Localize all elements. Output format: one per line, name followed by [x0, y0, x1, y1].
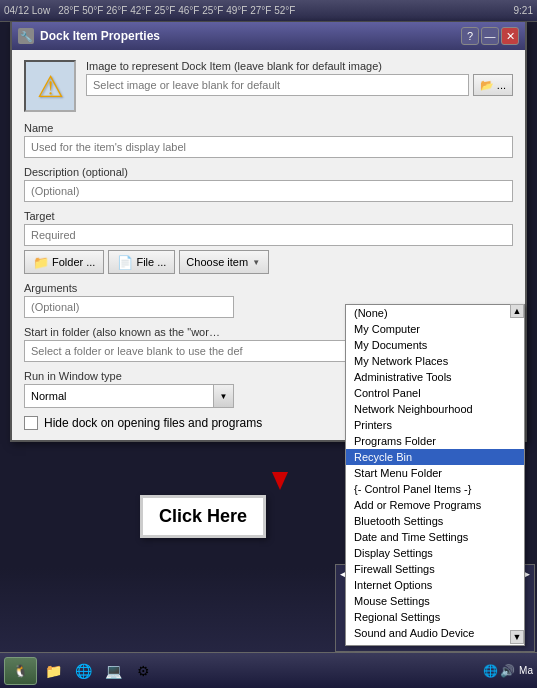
- choose-item-button[interactable]: Choose item ▼: [179, 250, 269, 274]
- dropdown-item[interactable]: Start Menu Folder: [346, 465, 524, 481]
- taskbar-icon-terminal[interactable]: 💻: [99, 657, 127, 685]
- dropdown-item[interactable]: My Computer: [346, 321, 524, 337]
- dropdown-item[interactable]: Control Panel: [346, 385, 524, 401]
- folder-icon: 📁: [33, 255, 49, 270]
- title-icon: 🔧: [18, 28, 34, 44]
- dropdown-item[interactable]: Firewall Settings: [346, 561, 524, 577]
- taskbar-icon-row: 🌐 🔊: [483, 664, 515, 678]
- image-right: Image to represent Dock Item (leave blan…: [86, 60, 513, 96]
- start-button[interactable]: 🐧: [4, 657, 37, 685]
- bottom-time-display: Ma: [519, 665, 533, 676]
- bottom-taskbar: 🐧 📁 🌐 💻 ⚙ 🌐 🔊 Ma: [0, 652, 537, 688]
- dropdown-item[interactable]: Add or Remove Programs: [346, 497, 524, 513]
- dropdown-item[interactable]: Administrative Tools: [346, 369, 524, 385]
- dropdown-item[interactable]: Internet Options: [346, 577, 524, 593]
- scroll-down-button[interactable]: ▼: [510, 630, 524, 644]
- title-bar: 🔧 Dock Item Properties ? — ✕: [12, 22, 525, 50]
- dropdown-item[interactable]: {- Control Panel Items -}: [346, 481, 524, 497]
- scroll-up-button[interactable]: ▲: [510, 304, 524, 318]
- browse-label: ...: [497, 79, 506, 91]
- hide-checkbox[interactable]: [24, 416, 38, 430]
- choose-dropdown-arrow: ▼: [252, 258, 260, 267]
- arguments-label: Arguments: [24, 282, 513, 294]
- taskbar-left: 04/12 Low 28°F 50°F 26°F 42°F 25°F 46°F …: [4, 5, 295, 16]
- dropdown-item[interactable]: Network Neighbourhood: [346, 401, 524, 417]
- taskbar-icon-browser[interactable]: 🌐: [69, 657, 97, 685]
- dropdown-item[interactable]: Programs Folder: [346, 433, 524, 449]
- image-preview-box: ⚠: [24, 60, 76, 112]
- browse-button[interactable]: 📂 ...: [473, 74, 513, 96]
- browse-icon: 📂: [480, 79, 494, 92]
- description-section: Description (optional): [24, 166, 513, 202]
- folder-button[interactable]: 📁 Folder ...: [24, 250, 104, 274]
- dropdown-item[interactable]: My Network Places: [346, 353, 524, 369]
- dialog-title: Dock Item Properties: [40, 29, 160, 43]
- file-button[interactable]: 📄 File ...: [108, 250, 175, 274]
- file-icon: 📄: [117, 255, 133, 270]
- description-input[interactable]: [24, 180, 513, 202]
- title-bar-left: 🔧 Dock Item Properties: [18, 28, 160, 44]
- folder-btn-label: Folder ...: [52, 256, 95, 268]
- help-button[interactable]: ?: [461, 27, 479, 45]
- dropdown-item[interactable]: Sound and Audio Device: [346, 625, 524, 641]
- start-folder-label: Start in folder (also known as the "work…: [24, 326, 224, 338]
- arguments-input[interactable]: [24, 296, 234, 318]
- run-select-value: Normal: [25, 390, 213, 402]
- taskbar-sound-icon: 🔊: [500, 664, 515, 678]
- target-buttons-row: 📁 Folder ... 📄 File ... Choose item ▼: [24, 250, 513, 274]
- close-button[interactable]: ✕: [501, 27, 519, 45]
- target-input[interactable]: [24, 224, 513, 246]
- taskbar-info: 04/12 Low: [4, 5, 50, 16]
- taskbar-icon-settings[interactable]: ⚙: [129, 657, 157, 685]
- dropdown-item[interactable]: Date and Time Settings: [346, 529, 524, 545]
- dropdown-item[interactable]: Printers: [346, 417, 524, 433]
- taskbar-network-icon: 🌐: [483, 664, 498, 678]
- top-taskbar: 04/12 Low 28°F 50°F 26°F 42°F 25°F 46°F …: [0, 0, 537, 22]
- image-input[interactable]: [86, 74, 469, 96]
- image-section: ⚠ Image to represent Dock Item (leave bl…: [24, 60, 513, 112]
- dropdown-item[interactable]: Recycle Bin: [346, 449, 524, 465]
- target-label: Target: [24, 210, 513, 222]
- image-label: Image to represent Dock Item (leave blan…: [86, 60, 513, 72]
- click-here-text: Click Here: [159, 506, 247, 526]
- description-label: Description (optional): [24, 166, 513, 178]
- target-section: Target 📁 Folder ... 📄 File ... Choose it…: [24, 210, 513, 274]
- run-select-arrow[interactable]: ▼: [213, 385, 233, 407]
- title-buttons: ? — ✕: [461, 27, 519, 45]
- name-input[interactable]: [24, 136, 513, 158]
- run-select-wrapper: Normal ▼: [24, 384, 234, 408]
- warning-icon: ⚠: [37, 69, 64, 104]
- click-here-overlay: Click Here: [140, 495, 266, 538]
- name-label: Name: [24, 122, 513, 134]
- file-btn-label: File ...: [136, 256, 166, 268]
- taskbar-icon-files[interactable]: 📁: [39, 657, 67, 685]
- dropdown-item[interactable]: (None): [346, 305, 524, 321]
- dropdown-item[interactable]: Display Settings: [346, 545, 524, 561]
- image-field-row: 📂 ...: [86, 74, 513, 96]
- dropdown-list: (None)My ComputerMy DocumentsMy Network …: [345, 304, 525, 646]
- choose-item-label: Choose item: [186, 256, 248, 268]
- dropdown-item[interactable]: Mouse Settings: [346, 593, 524, 609]
- taskbar-time: 9:21: [514, 5, 533, 16]
- dropdown-item[interactable]: Bluetooth Settings: [346, 513, 524, 529]
- dropdown-item[interactable]: My Documents: [346, 337, 524, 353]
- taskbar-temps: 28°F 50°F 26°F 42°F 25°F 46°F 25°F 49°F …: [58, 5, 295, 16]
- dropdown-item[interactable]: Regional Settings: [346, 609, 524, 625]
- dropdown-item[interactable]: System: [346, 641, 524, 645]
- name-section: Name: [24, 122, 513, 158]
- taskbar-right: 9:21: [514, 5, 533, 16]
- start-icon: 🐧: [13, 664, 28, 678]
- minimize-button[interactable]: —: [481, 27, 499, 45]
- hide-label: Hide dock on opening files and programs: [44, 416, 262, 430]
